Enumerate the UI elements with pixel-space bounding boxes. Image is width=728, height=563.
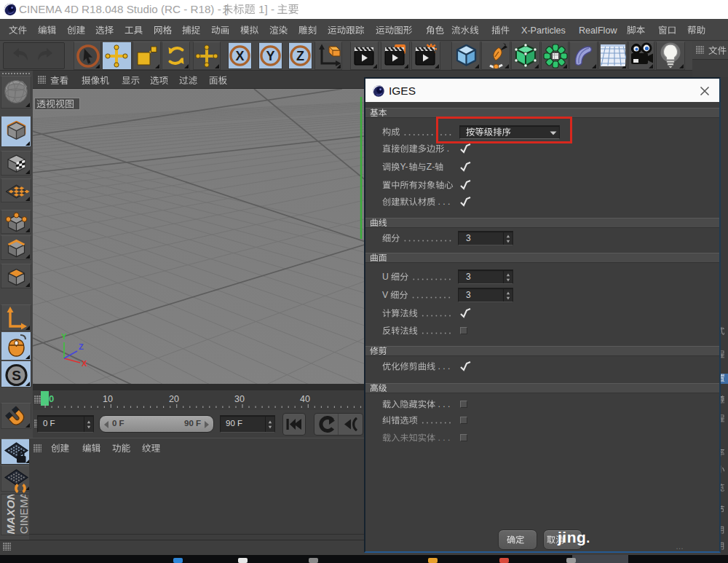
svg-text:Y: Y bbox=[266, 49, 274, 63]
svg-text:Z: Z bbox=[296, 49, 304, 63]
svg-text:X: X bbox=[235, 49, 244, 63]
svg-text:X: X bbox=[82, 359, 87, 368]
svg-text:Z: Z bbox=[79, 342, 84, 351]
svg-text:Y: Y bbox=[61, 332, 67, 341]
svg-text:S: S bbox=[12, 368, 21, 383]
